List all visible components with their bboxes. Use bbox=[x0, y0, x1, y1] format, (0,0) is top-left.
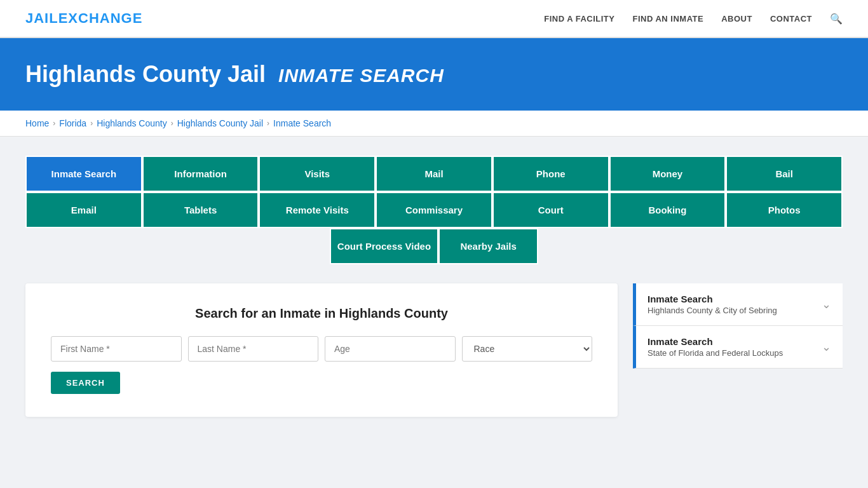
sidebar-card-1-title: Inmate Search bbox=[648, 336, 783, 347]
nav-about[interactable]: ABOUT bbox=[721, 14, 752, 24]
tabs-row-3: Court Process Video Nearby Jails bbox=[25, 228, 843, 264]
tab-court-process-video[interactable]: Court Process Video bbox=[330, 228, 438, 264]
tab-bail[interactable]: Bail bbox=[726, 156, 843, 192]
tab-phone[interactable]: Phone bbox=[492, 156, 609, 192]
tab-photos[interactable]: Photos bbox=[726, 192, 843, 228]
age-input[interactable] bbox=[325, 336, 456, 362]
race-select[interactable]: Race White Black Hispanic Asian Other bbox=[462, 336, 593, 362]
search-button[interactable]: SEARCH bbox=[51, 372, 120, 394]
bottom-layout: Search for an Inmate in Highlands County… bbox=[25, 283, 843, 417]
breadcrumb-highlands-county-jail[interactable]: Highlands County Jail bbox=[177, 118, 263, 128]
nav-find-inmate[interactable]: FIND AN INMATE bbox=[632, 14, 703, 24]
sidebar-cards: Inmate Search Highlands County & City of… bbox=[633, 283, 843, 369]
form-fields: Race White Black Hispanic Asian Other bbox=[51, 336, 592, 362]
hero-banner: Highlands County Jail INMATE SEARCH bbox=[0, 38, 868, 111]
tabs-row-2: Email Tablets Remote Visits Commissary C… bbox=[25, 192, 843, 228]
tab-commissary[interactable]: Commissary bbox=[376, 192, 492, 228]
first-name-input[interactable] bbox=[51, 336, 182, 362]
site-header: JAILEXCHANGE FIND A FACILITY FIND AN INM… bbox=[0, 0, 868, 38]
tab-visits[interactable]: Visits bbox=[259, 156, 376, 192]
sidebar-card-1-sub: State of Florida and Federal Lockups bbox=[648, 348, 783, 358]
logo-exchange: EXCHANGE bbox=[58, 10, 143, 26]
tab-nearby-jails[interactable]: Nearby Jails bbox=[438, 228, 538, 264]
tab-money[interactable]: Money bbox=[609, 156, 726, 192]
main-nav: FIND A FACILITY FIND AN INMATE ABOUT CON… bbox=[544, 13, 843, 25]
last-name-input[interactable] bbox=[188, 336, 319, 362]
tabs-row-1: Inmate Search Information Visits Mail Ph… bbox=[25, 156, 843, 192]
tab-information[interactable]: Information bbox=[142, 156, 259, 192]
chevron-down-icon-2: ⌄ bbox=[822, 340, 831, 354]
hero-title: Highlands County Jail INMATE SEARCH bbox=[25, 61, 843, 88]
tabs-grid: Inmate Search Information Visits Mail Ph… bbox=[25, 156, 843, 264]
search-icon[interactable]: 🔍 bbox=[830, 13, 843, 25]
logo-jail: JAIL bbox=[25, 10, 58, 26]
search-form-title: Search for an Inmate in Highlands County bbox=[51, 306, 592, 321]
tab-inmate-search[interactable]: Inmate Search bbox=[25, 156, 142, 192]
sidebar-card-highlands[interactable]: Inmate Search Highlands County & City of… bbox=[633, 283, 843, 326]
breadcrumb-florida[interactable]: Florida bbox=[59, 118, 86, 128]
tab-email[interactable]: Email bbox=[25, 192, 142, 228]
sidebar-card-florida[interactable]: Inmate Search State of Florida and Feder… bbox=[633, 326, 843, 369]
tab-remote-visits[interactable]: Remote Visits bbox=[259, 192, 376, 228]
nav-find-facility[interactable]: FIND A FACILITY bbox=[544, 14, 614, 24]
main-content: Inmate Search Information Visits Mail Ph… bbox=[0, 137, 868, 436]
sidebar-card-0-sub: Highlands County & City of Sebring bbox=[648, 306, 777, 315]
tab-mail[interactable]: Mail bbox=[376, 156, 492, 192]
nav-contact[interactable]: CONTACT bbox=[770, 14, 812, 24]
breadcrumb-home[interactable]: Home bbox=[25, 118, 49, 128]
search-form-card: Search for an Inmate in Highlands County… bbox=[25, 283, 618, 417]
tab-court[interactable]: Court bbox=[492, 192, 609, 228]
tab-booking[interactable]: Booking bbox=[609, 192, 726, 228]
tab-tablets[interactable]: Tablets bbox=[142, 192, 259, 228]
chevron-down-icon: ⌄ bbox=[822, 297, 831, 311]
breadcrumb-current: Inmate Search bbox=[273, 118, 331, 128]
sidebar-card-0-title: Inmate Search bbox=[648, 294, 777, 304]
breadcrumb: Home › Florida › Highlands County › High… bbox=[0, 111, 868, 137]
site-logo[interactable]: JAILEXCHANGE bbox=[25, 10, 142, 27]
breadcrumb-highlands-county[interactable]: Highlands County bbox=[97, 118, 167, 128]
